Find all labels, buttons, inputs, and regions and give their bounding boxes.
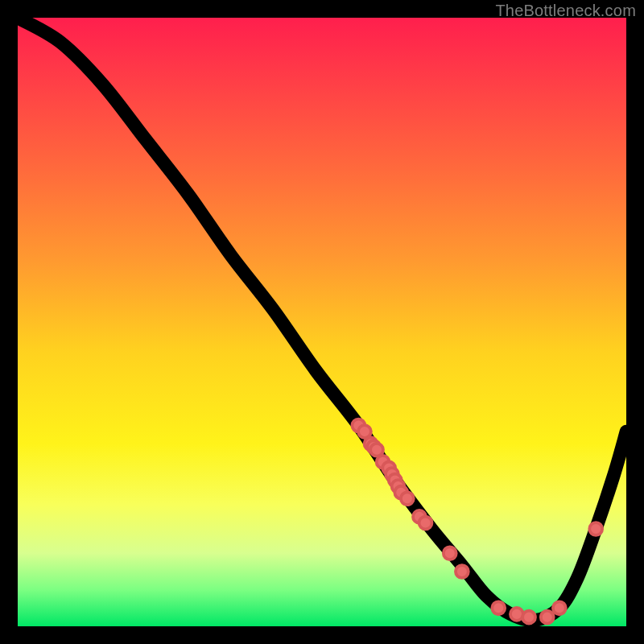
highlight-dot [589, 522, 602, 535]
highlight-dot [444, 547, 456, 559]
highlight-dot [401, 492, 414, 505]
bottleneck-curve [18, 18, 626, 621]
chart-stage: TheBottleneck.com [0, 0, 644, 644]
highlight-dot [456, 565, 469, 578]
highlight-dot [419, 517, 432, 530]
highlight-dot [492, 601, 505, 614]
highlight-dot [541, 611, 554, 624]
highlight-dot [553, 601, 566, 614]
highlight-dot [522, 611, 535, 624]
chart-svg [18, 18, 626, 626]
plot-area [18, 18, 626, 626]
